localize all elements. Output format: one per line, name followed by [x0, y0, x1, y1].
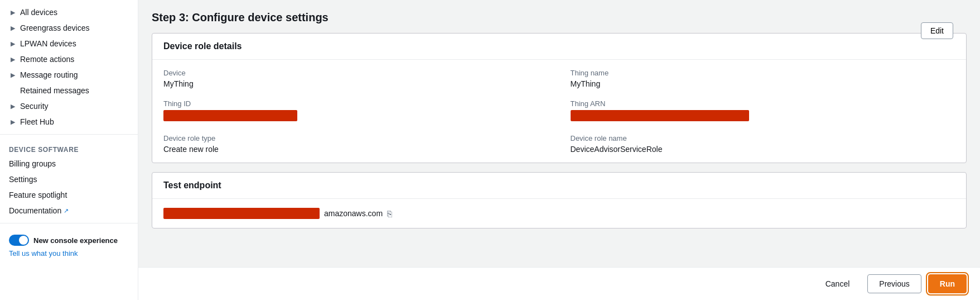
- sidebar-item-label: Fleet Hub: [20, 117, 54, 126]
- device-role-card-title: Device role details: [163, 41, 242, 51]
- sidebar-divider: [0, 134, 138, 135]
- thing-arn-redacted-bar: [571, 110, 749, 121]
- sidebar-item-documentation[interactable]: Documentation ↗: [0, 203, 78, 218]
- tell-us-link[interactable]: Tell us what you think: [0, 248, 138, 262]
- sidebar-item-label: Remote actions: [20, 55, 74, 64]
- chevron-right-icon: ▶: [9, 40, 17, 47]
- sidebar: ▶ All devices ▶ Greengrass devices ▶ LPW…: [0, 0, 138, 300]
- test-endpoint-card: Test endpoint amazonaws.com ⎘: [152, 172, 967, 228]
- sidebar-item-lpwan-devices[interactable]: ▶ LPWAN devices: [0, 36, 138, 51]
- endpoint-redacted-bar: [163, 208, 320, 219]
- device-role-card: Device role details Device MyThing Thing…: [152, 33, 967, 163]
- thing-id-label: Thing ID: [163, 99, 548, 108]
- sidebar-item-security[interactable]: ▶ Security: [0, 98, 138, 114]
- sidebar-item-all-devices[interactable]: ▶ All devices: [0, 4, 138, 20]
- thing-id-detail-item: Thing ID: [163, 99, 548, 123]
- external-link-icon: ↗: [64, 207, 69, 215]
- detail-grid: Device MyThing Thing name MyThing Thing …: [163, 69, 955, 154]
- device-role-name-label: Device role name: [571, 134, 955, 142]
- sidebar-item-billing-groups[interactable]: Billing groups: [0, 156, 138, 172]
- device-role-type-value: Create new role: [163, 145, 548, 154]
- previous-button[interactable]: Previous: [867, 274, 921, 293]
- console-experience-toggle[interactable]: [9, 235, 29, 246]
- chevron-right-icon: ▶: [9, 24, 17, 32]
- chevron-right-icon: ▶: [9, 55, 17, 63]
- thing-arn-detail-item: Thing ARN: [571, 99, 955, 123]
- sidebar-item-fleet-hub[interactable]: ▶ Fleet Hub: [0, 114, 138, 130]
- thing-id-redacted: [163, 110, 548, 123]
- endpoint-row: amazonaws.com ⎘: [152, 199, 966, 228]
- chevron-right-icon: ▶: [9, 8, 17, 16]
- sidebar-item-label: LPWAN devices: [20, 39, 76, 48]
- sidebar-item-label: All devices: [20, 8, 57, 17]
- test-endpoint-card-header: Test endpoint: [152, 173, 966, 199]
- step-title: Step 3: Configure device settings: [152, 11, 967, 24]
- toggle-label: New console experience: [33, 236, 118, 245]
- sidebar-item-label: Message routing: [20, 70, 78, 79]
- main-area: Step 3: Configure device settings Edit D…: [138, 0, 980, 300]
- device-role-name-value: DeviceAdvisorServiceRole: [571, 145, 955, 154]
- content-container: Step 3: Configure device settings Edit D…: [152, 11, 967, 228]
- device-role-type-detail-item: Device role type Create new role: [163, 134, 548, 154]
- chevron-right-icon: ▶: [9, 71, 17, 79]
- device-role-name-detail-item: Device role name DeviceAdvisorServiceRol…: [571, 134, 955, 154]
- sidebar-item-label: Greengrass devices: [20, 23, 90, 32]
- sidebar-item-label: Billing groups: [9, 159, 56, 168]
- sidebar-item-label: Retained messages: [20, 86, 89, 95]
- chevron-right-icon: ▶: [9, 102, 17, 110]
- sidebar-divider-2: [0, 223, 138, 223]
- sidebar-item-label: Security: [20, 102, 49, 111]
- content-area: Step 3: Configure device settings Edit D…: [138, 0, 980, 267]
- sidebar-item-label: Settings: [9, 175, 37, 184]
- sidebar-item-settings[interactable]: Settings: [0, 172, 138, 187]
- sidebar-section-device-software: Device Software: [0, 139, 138, 156]
- chevron-right-icon: ▶: [9, 118, 17, 126]
- sidebar-item-retained-messages[interactable]: Retained messages: [0, 83, 138, 98]
- run-button[interactable]: Run: [928, 274, 967, 293]
- thing-id-redacted-bar: [163, 110, 297, 121]
- sidebar-item-label: Feature spotlight: [9, 191, 67, 199]
- edit-button[interactable]: Edit: [921, 22, 953, 39]
- thing-arn-label: Thing ARN: [571, 99, 955, 108]
- endpoint-suffix: amazonaws.com: [324, 209, 383, 218]
- device-role-type-label: Device role type: [163, 134, 548, 142]
- device-value: MyThing: [163, 79, 548, 88]
- sidebar-item-remote-actions[interactable]: ▶ Remote actions: [0, 51, 138, 67]
- sidebar-item-message-routing[interactable]: ▶ Message routing: [0, 67, 138, 83]
- device-label: Device: [163, 69, 548, 77]
- thing-arn-redacted: [571, 110, 955, 123]
- toggle-row: New console experience: [0, 228, 138, 248]
- sidebar-item-greengrass-devices[interactable]: ▶ Greengrass devices: [0, 20, 138, 36]
- test-endpoint-card-title: Test endpoint: [163, 180, 221, 190]
- device-role-card-header: Device role details: [152, 34, 966, 60]
- thing-name-detail-item: Thing name MyThing: [571, 69, 955, 88]
- device-role-card-body: Device MyThing Thing name MyThing Thing …: [152, 60, 966, 163]
- sidebar-item-feature-spotlight[interactable]: Feature spotlight: [0, 187, 138, 203]
- sidebar-item-label: Documentation: [9, 206, 61, 215]
- thing-name-label: Thing name: [571, 69, 955, 77]
- thing-name-value: MyThing: [571, 79, 955, 88]
- cancel-button[interactable]: Cancel: [814, 275, 861, 293]
- copy-icon[interactable]: ⎘: [387, 209, 392, 218]
- device-detail-item: Device MyThing: [163, 69, 548, 88]
- footer: Cancel Previous Run: [138, 267, 980, 300]
